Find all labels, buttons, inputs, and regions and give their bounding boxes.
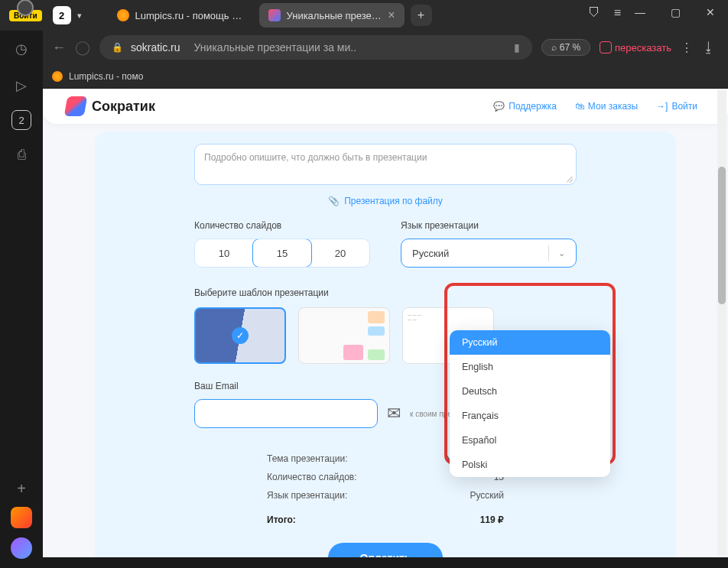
tab-counter[interactable]: 2 <box>53 6 71 24</box>
back-button[interactable]: ← <box>52 40 66 56</box>
language-dropdown: Русский English Deutsch Français Español… <box>450 330 610 477</box>
tab-sokratic[interactable]: Уникальные презента × <box>259 3 405 28</box>
selected-value: Русский <box>412 248 449 259</box>
paperclip-icon: 📎 <box>328 196 340 206</box>
download-icon[interactable]: ⭳ <box>702 40 716 56</box>
lock-icon: 🔒 <box>112 42 123 53</box>
chat-icon: 💬 <box>493 101 505 112</box>
maximize-button[interactable]: ▢ <box>658 0 693 24</box>
yandex-icon[interactable]: ◯ <box>75 39 90 56</box>
close-button[interactable]: ✕ <box>693 0 728 24</box>
language-select[interactable]: Русский ⌄ <box>401 239 577 268</box>
screenshot-icon[interactable]: ⎙ <box>9 142 34 167</box>
window-border <box>43 557 728 568</box>
scrollbar-thumb[interactable] <box>718 167 726 304</box>
alice-icon[interactable] <box>11 537 32 559</box>
play-icon[interactable]: ▷ <box>9 73 34 98</box>
logo[interactable]: Сократик <box>66 96 155 116</box>
slides-option-20[interactable]: 20 <box>311 239 369 267</box>
address-bar: ← ◯ 🔒 sokratic.ru Уникальные презентации… <box>0 31 728 64</box>
browser-sidebar: ◷ ▷ 2 ⎙ + <box>0 31 43 568</box>
slides-option-15[interactable]: 15 <box>252 239 312 268</box>
mail-icon: ✉ <box>387 404 401 424</box>
history-icon[interactable]: ◷ <box>9 37 34 61</box>
window-controls: — ▢ ✕ <box>622 0 728 24</box>
zoom-icon: ⌕ <box>551 42 557 53</box>
lang-option-ru[interactable]: Русский <box>450 330 610 355</box>
slides-label: Количество слайдов <box>194 220 370 231</box>
url-field[interactable]: 🔒 sokratic.ru Уникальные презентации за … <box>99 35 532 60</box>
bookmark-item[interactable]: Lumpics.ru - помо <box>69 71 143 82</box>
check-icon: ✓ <box>232 327 249 344</box>
summary-row: Язык презентации:Русский <box>267 486 504 505</box>
email-input[interactable] <box>194 399 378 428</box>
slides-option-10[interactable]: 10 <box>195 239 253 267</box>
bookmark-icon[interactable]: ▮ <box>514 41 520 54</box>
summary-total: Итого:119 ₽ <box>267 511 504 529</box>
addr-actions: ▮ <box>514 41 520 54</box>
add-icon[interactable]: + <box>17 480 26 498</box>
favicon-icon <box>117 9 129 21</box>
domain-text: sokratic.ru <box>131 41 180 54</box>
login-icon: →] <box>656 101 668 112</box>
menu-icon[interactable]: ≡ <box>614 6 621 20</box>
logo-text: Сократик <box>92 99 155 115</box>
bookmark-bar: Lumpics.ru - помо <box>0 64 728 89</box>
lang-label: Язык презентации <box>401 220 577 231</box>
shield-icon[interactable]: ⛉ <box>588 6 600 20</box>
pay-button[interactable]: Оплатить <box>328 543 443 557</box>
lang-option-es[interactable]: Español <box>450 428 610 453</box>
lang-option-fr[interactable]: Français <box>450 404 610 428</box>
slides-segmented: 10 15 20 <box>194 239 370 268</box>
zoom-value: 67 % <box>560 42 580 53</box>
favicon-icon <box>52 71 63 82</box>
tab-lumpics[interactable]: Lumpics.ru - помощь с ко <box>108 3 253 28</box>
chevron-down-icon: ⌄ <box>548 245 565 261</box>
close-icon[interactable]: × <box>388 8 395 22</box>
template-label: Выберите шаблон презентации <box>194 287 577 298</box>
site-header: Сократик 💬Поддержка 🛍Мои заказы →]Войти <box>43 89 728 124</box>
orders-link[interactable]: 🛍Мои заказы <box>575 101 638 112</box>
login-badge[interactable]: Войти <box>9 10 42 21</box>
login-link[interactable]: →]Войти <box>656 101 697 112</box>
resize-handle[interactable] <box>566 174 574 182</box>
tab-title: Уникальные презента <box>287 10 382 21</box>
chevron-down-icon[interactable]: ▾ <box>77 11 82 21</box>
kebab-icon[interactable]: ⋮ <box>681 41 693 55</box>
lang-option-en[interactable]: English <box>450 355 610 379</box>
page-title-text: Уникальные презентации за ми.. <box>194 41 357 54</box>
tab-title: Lumpics.ru - помощь с ко <box>135 10 244 21</box>
support-link[interactable]: 💬Поддержка <box>493 101 557 112</box>
description-textarea[interactable]: Подробно опишите, что должно быть в през… <box>194 144 577 185</box>
page-viewport: Сократик 💬Поддержка 🛍Мои заказы →]Войти … <box>43 89 728 557</box>
template-option-2[interactable] <box>298 307 390 364</box>
retell-icon <box>600 41 612 54</box>
file-upload-link[interactable]: 📎 Презентация по файлу <box>194 196 577 206</box>
retell-button[interactable]: пересказать <box>600 41 671 54</box>
favicon-icon <box>268 9 281 21</box>
bag-icon: 🛍 <box>575 101 584 112</box>
scrollbar-track[interactable] <box>717 90 726 556</box>
mail-app-icon[interactable] <box>11 507 32 528</box>
zoom-indicator[interactable]: ⌕ 67 % <box>541 39 590 56</box>
lang-option-pl[interactable]: Polski <box>450 453 610 477</box>
lang-option-de[interactable]: Deutsch <box>450 379 610 404</box>
template-option-1[interactable]: ✓ <box>194 307 286 364</box>
minimize-button[interactable]: — <box>622 0 658 24</box>
tab-count-icon[interactable]: 2 <box>11 110 31 130</box>
toolbar-icons: ⛉ ≡ <box>588 6 621 20</box>
new-tab-button[interactable]: + <box>411 5 432 26</box>
logo-icon <box>64 96 88 116</box>
